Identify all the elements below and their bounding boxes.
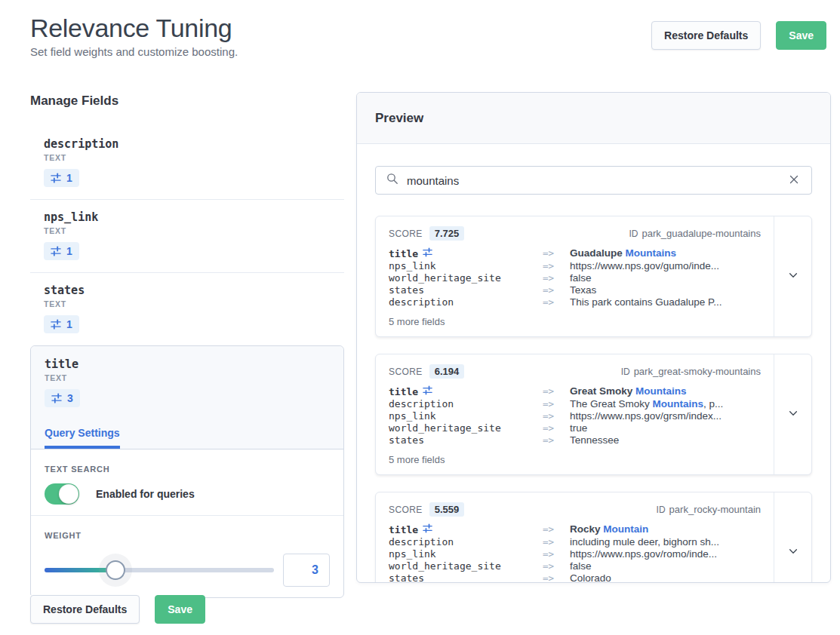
- preview-panel: Preview: [356, 92, 831, 583]
- text-search-section: TEXT SEARCH Enabled for queries: [31, 449, 343, 516]
- result-field-label: states: [389, 572, 424, 583]
- expand-result-button[interactable]: [774, 216, 811, 336]
- field-name: title: [45, 357, 330, 371]
- field-item-states[interactable]: states TEXT 1: [30, 273, 344, 345]
- result-field-value: Texas: [570, 284, 761, 296]
- clear-search-button[interactable]: [787, 173, 801, 189]
- sliders-icon: [51, 173, 61, 183]
- result-field-value: false: [570, 560, 761, 572]
- result-field-row: world_heritage_site => true: [389, 422, 761, 434]
- arrow-glyph: =>: [543, 272, 570, 284]
- weight-badge: 1: [44, 242, 79, 260]
- toggle-knob: [59, 484, 78, 504]
- weight-slider-fill: [45, 568, 115, 572]
- arrow-glyph: =>: [543, 398, 570, 410]
- sliders-icon: [423, 247, 432, 260]
- header-actions: Restore Defaults Save: [651, 21, 826, 50]
- result-field-value: https://www.nps.gov/grsm/index...: [570, 410, 761, 422]
- result-field-value: including mule deer, bighorn sh...: [570, 536, 761, 548]
- result-field-label: nps_link: [389, 260, 436, 272]
- result-main: SCORE 6.194 ID park_great-smoky-mountain…: [376, 354, 774, 474]
- result-card: SCORE 6.194 ID park_great-smoky-mountain…: [375, 354, 812, 475]
- result-field-label: title: [389, 248, 418, 260]
- result-field-label: title: [389, 386, 418, 398]
- weight-badge: 1: [44, 315, 79, 333]
- arrow-glyph: =>: [543, 548, 570, 560]
- search-input[interactable]: [407, 174, 779, 187]
- result-field-row: nps_link => https://www.nps.gov/gumo/ind…: [389, 260, 761, 272]
- tab-query-settings[interactable]: Query Settings: [45, 427, 120, 449]
- field-type: TEXT: [44, 299, 331, 308]
- result-field-row: nps_link => https://www.nps.gov/romo/ind…: [389, 548, 761, 560]
- id-label: ID: [629, 229, 638, 239]
- manage-fields-heading: Manage Fields: [30, 94, 344, 109]
- result-field-value: Rocky Mountain: [570, 523, 761, 535]
- fields-list: description TEXT 1 nps_link TEXT: [30, 127, 344, 598]
- result-field-value: false: [570, 272, 761, 284]
- result-field-label: description: [389, 296, 454, 308]
- result-field-row: world_heritage_site => false: [389, 560, 761, 572]
- result-side: [774, 216, 811, 336]
- arrow-glyph: =>: [543, 523, 570, 535]
- expand-result-button[interactable]: [774, 354, 811, 474]
- page-subtitle: Set field weights and customize boosting…: [30, 45, 238, 58]
- result-field-row: states => Texas: [389, 284, 761, 296]
- weight-value: 1: [66, 318, 72, 330]
- weight-number-input[interactable]: 3: [283, 554, 330, 587]
- more-fields-link[interactable]: 5 more fields: [389, 454, 761, 465]
- result-field-label: states: [389, 434, 424, 446]
- result-field-value: https://www.nps.gov/romo/inde...: [570, 548, 761, 560]
- result-card: SCORE 5.559 ID park_rocky-mountain title: [375, 492, 812, 583]
- result-id: park_guadalupe-mountains: [642, 228, 761, 239]
- result-field-value: Guadalupe Mountains: [570, 247, 761, 259]
- weight-slider-thumb[interactable]: [106, 560, 125, 580]
- footer-actions: Restore Defaults Save: [30, 595, 205, 624]
- weight-badge: 1: [44, 169, 79, 187]
- result-field-label: states: [389, 284, 424, 296]
- result-id: park_rocky-mountain: [669, 504, 761, 515]
- page-title: Relevance Tuning: [30, 14, 232, 43]
- save-button[interactable]: Save: [776, 21, 826, 50]
- result-field-value: true: [570, 422, 761, 434]
- field-type: TEXT: [44, 226, 331, 235]
- field-item-nps-link[interactable]: nps_link TEXT 1: [30, 200, 344, 273]
- result-field-row: states => Tennessee: [389, 434, 761, 446]
- expand-result-button[interactable]: [774, 492, 811, 583]
- preview-heading: Preview: [375, 111, 423, 126]
- result-field-label: description: [389, 536, 454, 548]
- weight-badge: 3: [45, 389, 80, 407]
- restore-defaults-button-footer[interactable]: Restore Defaults: [30, 595, 140, 624]
- result-field-label: nps_link: [389, 410, 436, 422]
- result-field-row: states => Colorado: [389, 572, 761, 583]
- arrow-glyph: =>: [543, 284, 570, 296]
- result-side: [774, 354, 811, 474]
- more-fields-link[interactable]: 5 more fields: [389, 316, 761, 327]
- arrow-glyph: =>: [543, 536, 570, 548]
- weight-slider[interactable]: [45, 568, 274, 572]
- id-label: ID: [657, 505, 666, 515]
- result-field-label: nps_link: [389, 548, 436, 560]
- result-field-value: Tennessee: [570, 434, 761, 446]
- arrow-glyph: =>: [543, 572, 570, 583]
- close-icon: [789, 174, 799, 187]
- field-name: nps_link: [44, 210, 331, 224]
- result-field-label: description: [389, 398, 454, 410]
- result-main: SCORE 7.725 ID park_guadalupe-mountains …: [376, 216, 774, 336]
- preview-search-bar: [375, 166, 812, 195]
- results-list: SCORE 7.725 ID park_guadalupe-mountains …: [375, 216, 812, 583]
- chevron-down-icon: [788, 546, 798, 559]
- field-name: states: [44, 284, 331, 297]
- save-button-footer[interactable]: Save: [155, 595, 205, 624]
- restore-defaults-button[interactable]: Restore Defaults: [651, 21, 761, 50]
- manage-fields-section: Manage Fields description TEXT 1 nps_lin…: [30, 94, 344, 598]
- preview-header: Preview: [357, 93, 830, 144]
- result-field-row: description => The Great Smoky Mountains…: [389, 398, 761, 410]
- result-card: SCORE 7.725 ID park_guadalupe-mountains …: [375, 216, 812, 337]
- chevron-down-icon: [788, 270, 798, 283]
- arrow-glyph: =>: [543, 434, 570, 446]
- field-name: description: [44, 137, 331, 151]
- text-search-toggle[interactable]: [45, 483, 79, 505]
- chevron-down-icon: [788, 408, 798, 421]
- field-item-description[interactable]: description TEXT 1: [30, 127, 344, 200]
- weight-value: 3: [67, 392, 73, 404]
